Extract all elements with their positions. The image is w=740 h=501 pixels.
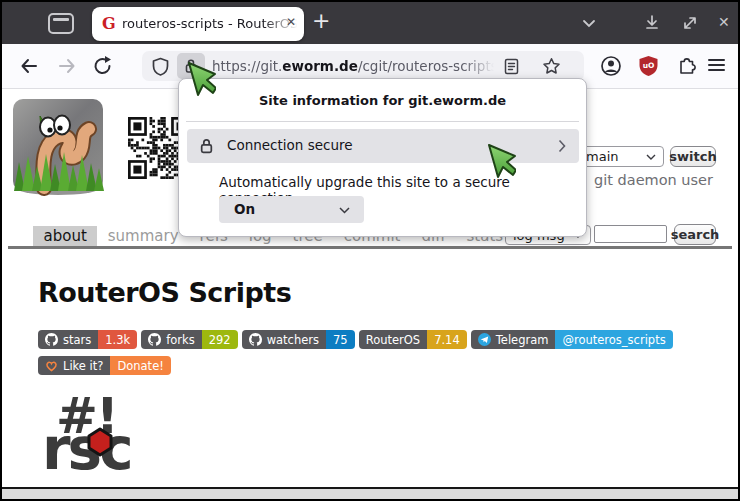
- chevron-down-icon: [646, 154, 656, 160]
- new-tab-button[interactable]: +: [312, 8, 330, 33]
- switch-button[interactable]: switch: [670, 146, 716, 167]
- forward-icon[interactable]: [56, 56, 78, 76]
- search-button[interactable]: search: [674, 224, 716, 245]
- ublock-origin-icon[interactable]: uO: [638, 55, 659, 77]
- badge-routeros[interactable]: RouterOS7.14: [359, 330, 467, 349]
- chevron-right-icon: [558, 139, 566, 153]
- back-icon[interactable]: [18, 56, 40, 76]
- badge-watchers[interactable]: watchers75: [242, 330, 355, 349]
- badge-value: 7.14: [427, 330, 467, 349]
- badge-value: @routeros_scripts: [555, 330, 672, 349]
- mouse-cursor: [186, 62, 216, 102]
- extensions-puzzle-icon[interactable]: [676, 55, 698, 77]
- github-icon: [249, 333, 262, 346]
- chevron-down-icon: [339, 207, 350, 214]
- badge-label: stars: [63, 333, 91, 347]
- badge-value: 292: [202, 330, 238, 349]
- browser-tab[interactable]: G routeros-scripts - RouterOS ✕: [92, 7, 304, 41]
- account-icon[interactable]: [600, 55, 622, 77]
- cgit-favicon-icon: G: [102, 14, 116, 33]
- branch-select[interactable]: main: [578, 146, 664, 167]
- search-input[interactable]: [594, 225, 667, 243]
- close-window-icon[interactable]: ✕: [718, 14, 730, 30]
- connection-secure-label: Connection secure: [227, 137, 353, 153]
- lock-icon: [199, 137, 214, 155]
- badge-label: forks: [166, 333, 194, 347]
- github-icon: [45, 333, 58, 346]
- github-icon: [148, 333, 161, 346]
- repo-owner: git daemon user: [594, 172, 713, 188]
- badge-row-2: Like it?Donate!: [38, 356, 171, 375]
- https-upgrade-toggle[interactable]: On: [219, 196, 364, 223]
- reload-icon[interactable]: [92, 55, 114, 77]
- tracking-protection-shield-icon[interactable]: [152, 57, 169, 76]
- cgit-tab-about[interactable]: about: [33, 226, 97, 246]
- badge-value: Donate!: [110, 356, 170, 375]
- heart-icon: [45, 360, 58, 372]
- badge-like-it-[interactable]: Like it?Donate!: [38, 356, 171, 375]
- badge-label: Telegram: [496, 333, 549, 347]
- badge-value: 1.3k: [98, 330, 137, 349]
- ublock-text: uO: [643, 61, 655, 70]
- restore-window-icon[interactable]: [682, 15, 698, 31]
- url-domain: eworm.de: [282, 58, 358, 74]
- site-information-popup: Site information for git.eworm.de Connec…: [178, 78, 587, 237]
- reader-view-icon[interactable]: [504, 58, 519, 75]
- badge-stars[interactable]: stars1.3k: [38, 330, 137, 349]
- popup-divider: [186, 121, 579, 122]
- page-title: RouterOS Scripts: [38, 277, 291, 308]
- url-text: https://git.eworm.de/cgit/routeros-scrip…: [212, 51, 497, 81]
- branch-select-value: main: [586, 149, 618, 164]
- badge-label: watchers: [267, 333, 319, 347]
- telegram-icon: [478, 333, 491, 346]
- cgit-tab-summary[interactable]: summary: [97, 226, 189, 246]
- badge-value: 75: [326, 330, 355, 349]
- badge-label: Like it?: [63, 359, 103, 373]
- rsc-hexagon-icon: [86, 427, 114, 457]
- rsc-logo: #! rsc: [42, 397, 172, 483]
- badge-telegram[interactable]: Telegram@routeros_scripts: [471, 330, 673, 349]
- connection-secure-row[interactable]: Connection secure: [187, 129, 579, 163]
- eworm-logo[interactable]: [10, 96, 106, 200]
- bookmark-star-icon[interactable]: [542, 57, 561, 75]
- tab-close-icon[interactable]: ✕: [286, 15, 296, 29]
- menu-hamburger-icon[interactable]: [708, 59, 725, 72]
- firefox-view-icon[interactable]: [48, 13, 74, 34]
- badge-label: RouterOS: [366, 333, 420, 347]
- list-all-tabs-chevron-icon[interactable]: [582, 19, 596, 28]
- url-path: /cgit/routeros-scripts/ab: [358, 58, 497, 74]
- minimize-icon[interactable]: [644, 15, 660, 31]
- url-scheme: https://git.: [212, 58, 282, 74]
- window-bottom-edge: [2, 489, 738, 499]
- popup-title: Site information for git.eworm.de: [179, 93, 586, 108]
- mouse-cursor: [486, 144, 516, 184]
- tabs-underline: [8, 246, 732, 249]
- browser-window: G routeros-scripts - RouterOS ✕ + ✕: [0, 0, 740, 501]
- https-upgrade-value: On: [234, 201, 255, 217]
- badge-forks[interactable]: forks292: [141, 330, 237, 349]
- titlebar: G routeros-scripts - RouterOS ✕ + ✕: [2, 2, 738, 44]
- badge-row-1: stars1.3kforks292watchers75RouterOS7.14T…: [38, 330, 673, 349]
